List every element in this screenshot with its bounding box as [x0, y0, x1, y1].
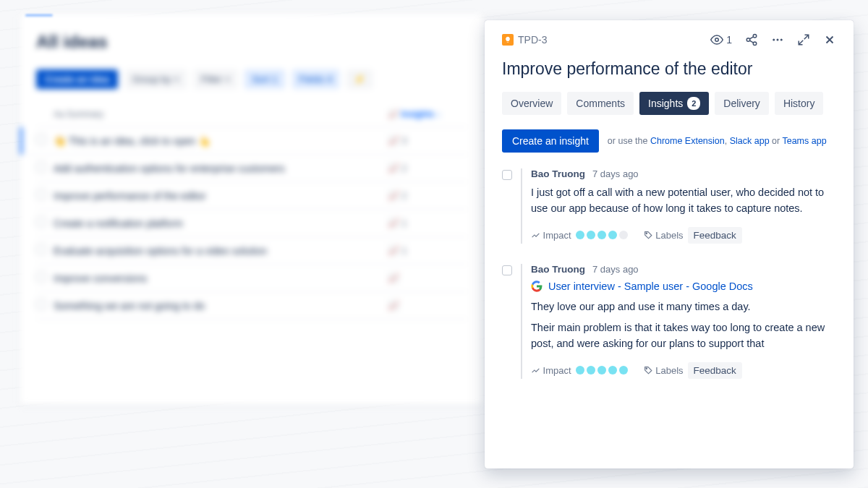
create-idea-button[interactable]: Create an idea: [36, 69, 118, 89]
insight-author[interactable]: Bao Truong: [531, 264, 585, 275]
svg-point-3: [753, 42, 757, 46]
tab-overview[interactable]: Overview: [502, 92, 561, 115]
insight-time: 7 days ago: [592, 264, 639, 275]
tab-insights[interactable]: Insights 2: [639, 92, 709, 115]
svg-point-4: [773, 39, 775, 41]
insight-checkbox[interactable]: [502, 170, 512, 180]
table-row[interactable]: Something we are not going to do📈: [36, 292, 467, 320]
insight-item: Bao Truong7 days agoUser interview - Sam…: [502, 264, 836, 379]
insight-time: 7 days ago: [592, 168, 639, 179]
col-insights[interactable]: 📈 Insights ↓: [388, 109, 467, 119]
share-button[interactable]: [745, 33, 758, 46]
table-row[interactable]: Improve performance of the editor📈 2: [36, 182, 467, 210]
expand-button[interactable]: [797, 33, 810, 46]
insight-text: Their main problem is that it takes way …: [531, 320, 836, 352]
insight-checkbox[interactable]: [502, 265, 512, 275]
insight-doc-link[interactable]: User interview - Sample user - Google Do…: [548, 281, 753, 292]
label-chip[interactable]: Feedback: [688, 227, 742, 244]
teams-app-link[interactable]: Teams app: [782, 136, 826, 146]
table-row[interactable]: Evaluate acquisition options for a video…: [36, 237, 467, 265]
watchers-button[interactable]: 1: [710, 33, 732, 46]
issue-detail-panel: TPD-3 1 Improve performance of the edito…: [485, 20, 854, 468]
tab-comments[interactable]: Comments: [567, 92, 634, 115]
impact-field[interactable]: Impact: [531, 365, 628, 376]
ideas-list-background: All ideas Create an idea Group by + Filt…: [20, 14, 483, 405]
impact-field[interactable]: Impact: [531, 230, 628, 241]
slack-app-link[interactable]: Slack app: [730, 136, 770, 146]
ticket-link[interactable]: TPD-3: [502, 34, 547, 46]
svg-point-8: [646, 368, 647, 369]
gdocs-icon: [531, 281, 542, 292]
close-button[interactable]: [823, 33, 836, 46]
svg-point-1: [753, 35, 757, 38]
insight-text: I just got off a call with a new potenti…: [531, 185, 836, 217]
tab-delivery[interactable]: Delivery: [715, 92, 769, 115]
table-row[interactable]: Improve conversions📈: [36, 265, 467, 292]
page-title: All ideas: [36, 32, 467, 52]
automation-chip[interactable]: ⚡: [346, 69, 373, 89]
create-insight-button[interactable]: Create an insight: [502, 129, 599, 153]
labels-field[interactable]: Labels Feedback: [644, 227, 742, 244]
create-insight-help: or use the Chrome Extension, Slack app o…: [608, 136, 827, 146]
col-summary: Aa Summary: [54, 109, 388, 119]
chrome-extension-link[interactable]: Chrome Extension: [650, 136, 725, 146]
label-chip[interactable]: Feedback: [688, 362, 742, 379]
tab-insights-count: 2: [687, 97, 700, 110]
sort-chip[interactable]: Sort 1: [244, 69, 284, 89]
insight-author[interactable]: Bao Truong: [531, 168, 585, 179]
filter-chip[interactable]: Filter +: [194, 69, 237, 89]
insight-item: Bao Truong7 days agoI just got off a cal…: [502, 168, 836, 244]
labels-field[interactable]: Labels Feedback: [644, 362, 742, 379]
groupby-chip[interactable]: Group by +: [125, 69, 187, 89]
issue-title[interactable]: Improve performance of the editor: [502, 59, 836, 79]
fields-chip[interactable]: Fields 4: [292, 69, 340, 89]
table-row[interactable]: Add authentication options for enterpris…: [36, 155, 467, 182]
tabs: Overview Comments Insights 2 Delivery Hi…: [502, 92, 836, 115]
tab-history[interactable]: History: [775, 92, 824, 115]
table-row[interactable]: Create a notification platform📈 1: [36, 210, 467, 237]
idea-type-icon: [502, 34, 514, 46]
more-actions-button[interactable]: [771, 33, 784, 46]
svg-point-5: [777, 39, 779, 41]
ticket-id: TPD-3: [518, 34, 547, 46]
svg-point-0: [715, 38, 719, 42]
svg-point-6: [780, 39, 783, 41]
table-row[interactable]: 👋 This is an idea, click to open 👆📈 3: [20, 127, 467, 155]
svg-point-7: [646, 232, 647, 234]
svg-point-2: [746, 38, 750, 42]
insight-text: They love our app and use it many times …: [531, 299, 836, 315]
